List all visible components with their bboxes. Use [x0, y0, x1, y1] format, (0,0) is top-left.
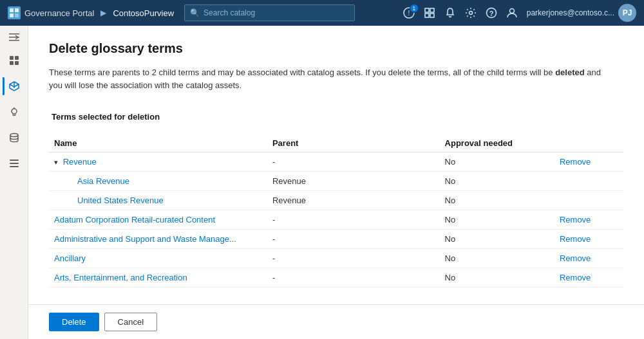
- brand-section: Governance Portal ▶ ContosoPurview: [8, 6, 174, 19]
- bell-button[interactable]: [444, 7, 456, 19]
- help-button[interactable]: ?: [486, 7, 497, 19]
- svg-rect-20: [15, 61, 19, 65]
- svg-rect-0: [10, 8, 14, 12]
- col-header-approval: Approval needed: [440, 134, 554, 152]
- table-row: Ancillary - No Remove: [49, 249, 623, 268]
- search-bar[interactable]: 🔍: [184, 5, 355, 21]
- term-link-adatum[interactable]: Adatum Corporation Retail-curated Conten…: [54, 215, 215, 224]
- term-link-ancillary[interactable]: Ancillary: [54, 253, 86, 263]
- svg-rect-2: [10, 14, 14, 17]
- svg-text:!: !: [408, 10, 410, 17]
- approval-cell-arts: No: [440, 268, 554, 288]
- search-input[interactable]: [204, 8, 349, 17]
- main-layout: Delete glossary terms These terms are pa…: [0, 26, 644, 339]
- content-area: Delete glossary terms These terms are pa…: [28, 26, 644, 339]
- svg-point-21: [12, 109, 17, 114]
- col-header-name: Name: [49, 134, 267, 152]
- avatar: PJ: [618, 4, 636, 22]
- svg-rect-18: [15, 56, 19, 60]
- svg-text:?: ?: [489, 10, 493, 17]
- table-row: Asia Revenue Revenue No: [49, 172, 623, 191]
- svg-point-23: [10, 134, 18, 137]
- parent-cell-ancillary: -: [267, 249, 440, 268]
- top-navigation: Governance Portal ▶ ContosoPurview 🔍 ! 1: [0, 0, 644, 26]
- user-email: parkerjones@contoso.c...: [527, 8, 614, 17]
- remove-button-admin[interactable]: Remove: [560, 234, 591, 244]
- col-header-parent: Parent: [267, 134, 440, 152]
- content-inner: Delete glossary terms These terms are pa…: [28, 26, 644, 304]
- page-title: Delete glossary terms: [49, 41, 623, 56]
- svg-rect-1: [15, 8, 19, 12]
- approval-cell-ancillary: No: [440, 249, 554, 268]
- parent-cell-us: Revenue: [267, 191, 440, 210]
- parent-cell-arts: -: [267, 268, 440, 288]
- approval-cell-admin: No: [440, 230, 554, 249]
- svg-rect-26: [10, 166, 19, 167]
- remove-button-revenue[interactable]: Remove: [560, 157, 591, 167]
- approval-cell-adatum: No: [440, 210, 554, 230]
- user-info[interactable]: parkerjones@contoso.c... PJ: [527, 4, 636, 22]
- section-label: Terms selected for deletion: [49, 107, 623, 127]
- brand-icon: [8, 6, 21, 19]
- grid-button[interactable]: [424, 7, 435, 19]
- sidebar: [0, 26, 28, 339]
- svg-rect-9: [430, 14, 434, 17]
- approval-cell-revenue: No: [440, 152, 554, 172]
- table-row: United States Revenue Revenue No: [49, 191, 623, 210]
- delete-button[interactable]: Delete: [49, 313, 99, 331]
- term-link-admin[interactable]: Administrative and Support and Waste Man…: [54, 234, 236, 244]
- sidebar-item-home[interactable]: [3, 49, 26, 72]
- term-link-arts[interactable]: Arts, Entertainment, and Recreation: [54, 273, 187, 282]
- parent-cell-asia: Revenue: [267, 172, 440, 191]
- user-profile-button[interactable]: [506, 7, 518, 19]
- svg-rect-16: [9, 40, 19, 41]
- remove-button-adatum[interactable]: Remove: [560, 215, 591, 224]
- svg-point-13: [509, 9, 514, 14]
- sidebar-item-data[interactable]: [3, 126, 26, 149]
- footer: Delete Cancel: [28, 304, 644, 339]
- approval-cell-asia: No: [440, 172, 554, 191]
- sidebar-item-manage[interactable]: [3, 152, 26, 175]
- parent-cell-admin: -: [267, 230, 440, 249]
- table-row: Adatum Corporation Retail-curated Conten…: [49, 210, 623, 230]
- svg-rect-14: [9, 33, 19, 35]
- parent-cell-revenue: -: [267, 152, 440, 172]
- approval-cell-us: No: [440, 191, 554, 210]
- table-row: ▾ Revenue - No Remove: [49, 152, 623, 172]
- search-icon: 🔍: [190, 8, 200, 17]
- term-link-revenue[interactable]: Revenue: [63, 157, 97, 167]
- term-link-us-revenue[interactable]: United States Revenue: [77, 196, 164, 205]
- table-row: Arts, Entertainment, and Recreation - No…: [49, 268, 623, 288]
- notification-badge: 1: [410, 4, 419, 13]
- svg-rect-19: [10, 61, 14, 65]
- settings-button[interactable]: [465, 7, 477, 19]
- svg-rect-3: [15, 14, 19, 17]
- nav-right: ! 1 ?: [403, 4, 636, 22]
- sidebar-toggle[interactable]: [3, 28, 26, 46]
- svg-rect-24: [10, 160, 19, 161]
- svg-rect-8: [425, 14, 429, 17]
- remove-button-arts[interactable]: Remove: [560, 273, 591, 282]
- remove-button-ancillary[interactable]: Remove: [560, 253, 591, 263]
- cancel-button[interactable]: Cancel: [104, 313, 157, 331]
- expand-icon[interactable]: ▾: [54, 158, 58, 166]
- sidebar-item-catalog[interactable]: [3, 75, 26, 98]
- svg-rect-17: [10, 56, 14, 60]
- terms-table: Name Parent Approval needed ▾ Revenue -: [49, 134, 623, 288]
- col-header-action: [554, 134, 623, 152]
- notification-button[interactable]: ! 1: [403, 7, 415, 19]
- svg-rect-7: [430, 8, 434, 12]
- svg-rect-6: [425, 8, 429, 12]
- term-link-asia-revenue[interactable]: Asia Revenue: [77, 176, 129, 186]
- purview-name-label: ContosoPurview: [113, 8, 174, 18]
- sidebar-item-insights[interactable]: [3, 100, 26, 124]
- warning-text: These terms are parents to 2 child terms…: [49, 66, 616, 91]
- parent-cell-adatum: -: [267, 210, 440, 230]
- portal-name-label: Governance Portal: [24, 8, 94, 18]
- table-row: Administrative and Support and Waste Man…: [49, 230, 623, 249]
- breadcrumb-arrow: ▶: [100, 8, 106, 17]
- svg-rect-25: [10, 163, 19, 164]
- svg-point-10: [469, 12, 472, 15]
